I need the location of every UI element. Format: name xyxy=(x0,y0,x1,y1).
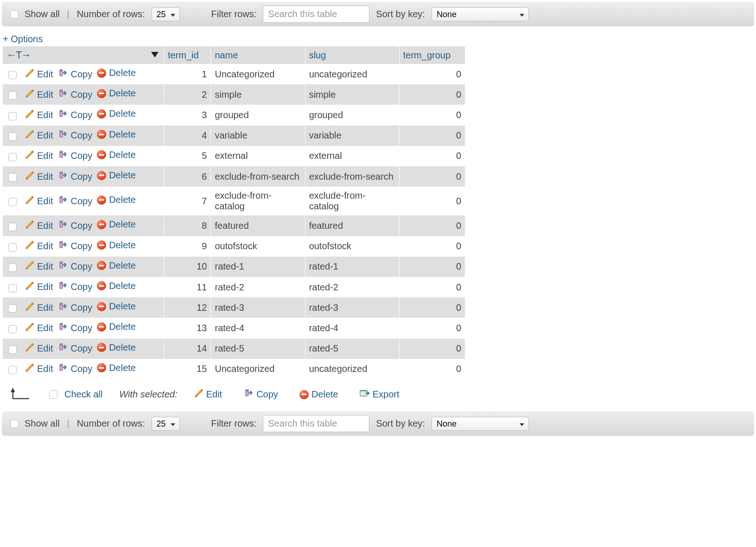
row-checkbox[interactable] xyxy=(8,264,17,272)
delete-button[interactable]: Delete xyxy=(97,129,136,140)
edit-label: Edit xyxy=(37,261,53,272)
edit-button[interactable]: Edit xyxy=(25,302,53,314)
check-all[interactable]: Check all xyxy=(47,389,102,400)
row-checkbox[interactable] xyxy=(8,91,17,100)
delete-button[interactable]: Delete xyxy=(97,363,136,373)
delete-button[interactable]: Delete xyxy=(97,108,136,119)
row-checkbox[interactable] xyxy=(8,325,17,333)
copy-button[interactable]: Copy xyxy=(57,150,92,162)
edit-button[interactable]: Edit xyxy=(25,261,53,272)
edit-button[interactable]: Edit xyxy=(25,69,53,80)
cell-term-group: 0 xyxy=(399,257,465,277)
copy-button[interactable]: Copy xyxy=(57,195,92,207)
options-toggle[interactable]: + Options xyxy=(3,34,43,44)
row-checkbox[interactable] xyxy=(8,243,17,251)
table-toolbar-top: Show all | Number of rows: 25 Filter row… xyxy=(2,2,754,26)
row-checkbox[interactable] xyxy=(8,71,17,79)
edit-button[interactable]: Edit xyxy=(25,363,53,375)
edit-button[interactable]: Edit xyxy=(25,220,53,232)
delete-button[interactable]: Delete xyxy=(97,150,136,160)
copy-button[interactable]: Copy xyxy=(57,302,92,314)
row-checkbox[interactable] xyxy=(8,223,17,231)
col-name[interactable]: name xyxy=(211,46,305,64)
cell-term-id: 8 xyxy=(164,215,211,236)
pencil-icon xyxy=(25,261,34,272)
delete-button[interactable]: Delete xyxy=(97,281,136,291)
bulk-export-button[interactable]: Export xyxy=(360,389,400,400)
delete-button[interactable]: Delete xyxy=(97,68,136,78)
copy-button[interactable]: Copy xyxy=(57,240,92,252)
copy-button[interactable]: Copy xyxy=(57,261,92,272)
copy-button[interactable]: Copy xyxy=(57,281,92,293)
col-term-id[interactable]: term_id xyxy=(164,46,211,64)
row-checkbox[interactable] xyxy=(8,198,17,206)
bulk-copy-button[interactable]: Copy xyxy=(243,389,278,400)
copy-button[interactable]: Copy xyxy=(57,89,92,101)
row-checkbox[interactable] xyxy=(8,112,17,120)
copy-button[interactable]: Copy xyxy=(57,130,92,141)
row-checkbox[interactable] xyxy=(8,132,17,141)
delete-button[interactable]: Delete xyxy=(97,301,136,312)
copy-button[interactable]: Copy xyxy=(57,109,92,121)
cell-term-group: 0 xyxy=(399,297,465,318)
delete-button[interactable]: Delete xyxy=(97,219,136,230)
edit-button[interactable]: Edit xyxy=(25,89,53,101)
cell-slug: rated-1 xyxy=(305,257,399,277)
copy-button[interactable]: Copy xyxy=(57,322,92,334)
row-checkbox[interactable] xyxy=(8,304,17,313)
minus-circle-icon xyxy=(97,261,106,270)
delete-button[interactable]: Delete xyxy=(97,342,136,353)
delete-button[interactable]: Delete xyxy=(97,195,136,205)
table-row: EditCopyDelete3groupedgrouped0 xyxy=(3,105,465,125)
copy-button[interactable]: Copy xyxy=(57,363,92,375)
fulltext-toggle-icon[interactable]: ←T→ xyxy=(6,49,30,61)
edit-label: Edit xyxy=(37,282,53,292)
delete-button[interactable]: Delete xyxy=(97,170,136,181)
copy-button[interactable]: Copy xyxy=(57,171,92,182)
cell-name: exclude-from-catalog xyxy=(211,187,305,215)
edit-label: Edit xyxy=(37,89,53,100)
copy-icon xyxy=(57,89,68,101)
row-checkbox[interactable] xyxy=(8,284,17,292)
row-checkbox[interactable] xyxy=(8,173,17,182)
filter-rows-input[interactable] xyxy=(263,6,369,23)
check-all-checkbox[interactable] xyxy=(49,390,57,399)
show-all-checkbox[interactable] xyxy=(10,10,19,19)
show-all-bottom[interactable]: Show all xyxy=(8,418,60,429)
sort-by-key-select-bottom[interactable]: None xyxy=(432,417,529,431)
show-all-top[interactable]: Show all xyxy=(8,9,60,20)
delete-button[interactable]: Delete xyxy=(97,260,136,271)
cell-name: outofstock xyxy=(211,236,305,257)
edit-button[interactable]: Edit xyxy=(25,171,53,182)
edit-button[interactable]: Edit xyxy=(25,322,53,334)
row-checkbox[interactable] xyxy=(8,346,17,354)
col-slug[interactable]: slug xyxy=(305,46,399,64)
edit-button[interactable]: Edit xyxy=(25,281,53,293)
delete-button[interactable]: Delete xyxy=(97,88,136,99)
num-rows-select[interactable]: 25 xyxy=(152,7,180,21)
col-term-group[interactable]: term_group xyxy=(399,46,465,64)
edit-button[interactable]: Edit xyxy=(25,109,53,121)
row-checkbox[interactable] xyxy=(8,153,17,161)
copy-button[interactable]: Copy xyxy=(57,69,92,80)
sort-direction-icon[interactable] xyxy=(151,52,159,57)
num-rows-select-bottom[interactable]: 25 xyxy=(152,417,180,431)
row-actions-cell: EditCopyDelete xyxy=(3,318,164,338)
sort-by-key-select[interactable]: None xyxy=(432,7,529,21)
edit-button[interactable]: Edit xyxy=(25,240,53,252)
bulk-edit-button[interactable]: Edit xyxy=(194,389,222,400)
delete-button[interactable]: Delete xyxy=(97,321,136,332)
show-all-checkbox-bottom[interactable] xyxy=(10,420,19,428)
copy-button[interactable]: Copy xyxy=(57,220,92,232)
edit-button[interactable]: Edit xyxy=(25,150,53,162)
edit-button[interactable]: Edit xyxy=(25,195,53,207)
table-row: EditCopyDelete1Uncategorizeduncategorize… xyxy=(3,64,465,84)
bulk-delete-button[interactable]: Delete xyxy=(299,389,338,400)
check-all-label[interactable]: Check all xyxy=(64,389,102,400)
row-checkbox[interactable] xyxy=(8,366,17,374)
delete-button[interactable]: Delete xyxy=(97,240,136,251)
filter-rows-input-bottom[interactable] xyxy=(263,415,369,432)
copy-button[interactable]: Copy xyxy=(57,343,92,354)
edit-button[interactable]: Edit xyxy=(25,130,53,141)
edit-button[interactable]: Edit xyxy=(25,343,53,354)
